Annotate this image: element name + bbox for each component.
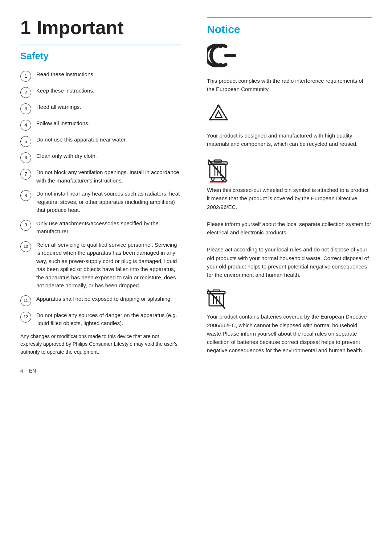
main-title: 1Important [20,17,181,38]
list-text: Heed all warnings. [36,103,81,111]
list-num: 10 [20,241,31,252]
safety-list-item: 7Do not block any ventilation openings. … [20,168,181,185]
bin-icon-block [207,157,372,183]
list-num: 3 [20,103,31,114]
list-num: 4 [20,120,31,131]
page-footer: 4 EN [20,368,181,374]
safety-list-item: 3Heed all warnings. [20,103,181,114]
list-num: 7 [20,169,31,180]
list-num: 8 [20,190,31,201]
safety-list-item: 6Clean only with dry cloth. [20,152,181,163]
ce-mark-block [207,43,372,69]
battery-bin-icon [207,288,226,309]
ce-text: This product complies with the radio int… [207,77,372,94]
svg-point-7 [211,177,214,180]
list-text: Do not use this apparatus near water. [36,136,127,144]
list-num: 2 [20,87,31,98]
list-text: Do not block any ventilation openings. I… [36,168,181,185]
list-num: 9 [20,220,31,231]
notice-title: Notice [207,23,372,36]
list-text: Follow all instructions. [36,119,90,128]
language: EN [29,368,36,374]
safety-list-item: 9Only use attachments/accessories specif… [20,219,181,236]
recycle-icon [207,102,230,124]
safety-list: 1Read these instructions.2Keep these ins… [20,70,181,328]
right-column: Notice This product complies with the ra… [203,17,372,374]
list-text: Clean only with dry cloth. [36,152,97,160]
list-text: Do not install near any heat sources suc… [36,190,181,214]
list-text: Read these instructions. [36,70,95,79]
list-num: 1 [20,71,31,82]
safety-divider [20,45,181,45]
safety-title: Safety [20,50,181,62]
list-text: Refer all servicing to qualified service… [36,241,181,290]
safety-list-item: 12Do not place any sources of danger on … [20,311,181,328]
list-text: Only use attachments/accessories specifi… [36,219,181,236]
footer-note: Any changes or modifications made to thi… [20,333,181,356]
list-text: Keep these instructions. [36,87,94,95]
safety-list-item: 4Follow all instructions. [20,119,181,131]
svg-rect-3 [214,160,221,162]
list-text: Do not place any sources of danger on th… [36,311,181,328]
page-number: 4 [20,368,23,374]
list-num: 11 [20,295,31,306]
ce-mark-icon [207,43,240,68]
title-text: Important [37,17,124,38]
safety-list-item: 8Do not install near any heat sources su… [20,190,181,214]
battery-text: Your product contains batteries covered … [207,312,372,354]
safety-list-item: 5Do not use this apparatus near water. [20,136,181,147]
notice-divider [207,17,372,18]
crossed-bin-icon [207,157,229,183]
safety-list-item: 10Refer all servicing to qualified servi… [20,241,181,290]
list-text: Apparatus shall not be exposed to drippi… [36,295,172,303]
battery-bin-icon-block [207,288,372,309]
list-num: 5 [20,136,31,147]
safety-list-item: 11Apparatus shall not be exposed to drip… [20,295,181,306]
svg-rect-10 [210,181,226,182]
bin-text-1: When this crossed-out wheeled bin symbol… [207,186,372,211]
list-num: 6 [20,152,31,163]
recycle-icon-block [207,102,372,124]
title-number: 1 [20,17,31,38]
bin-text-3: Please act according to your local rules… [207,245,372,279]
list-num: 12 [20,312,31,323]
left-column: 1Important Safety 1Read these instructio… [20,17,189,374]
safety-list-item: 1Read these instructions. [20,70,181,82]
recycle-text: Your product is designed and manufacture… [207,131,372,148]
safety-list-item: 2Keep these instructions. [20,87,181,98]
bin-text-2: Please inform yourself about the local s… [207,220,372,237]
